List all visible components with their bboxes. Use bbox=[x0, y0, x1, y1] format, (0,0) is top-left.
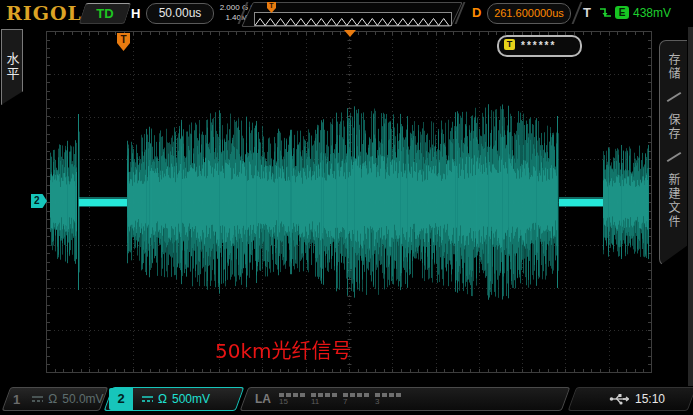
delay-value[interactable]: 261.600000us bbox=[487, 3, 571, 24]
horizontal-label: H bbox=[131, 6, 140, 21]
channel1-status[interactable]: 1 Ω 50.0mV bbox=[2, 387, 109, 411]
frequency-counter: T ****** bbox=[497, 35, 582, 57]
top-status-bar: RIGOL TD H 50.00us 2.000 G Sa/s 1.40M pt… bbox=[0, 0, 693, 27]
logic-analyzer-status[interactable]: LA 151173 bbox=[240, 387, 571, 411]
digital-channel-group-label: 15 bbox=[279, 397, 305, 406]
menu-divider bbox=[666, 152, 681, 162]
channel1-impedance: Ω bbox=[48, 392, 57, 406]
clock: 15:10 bbox=[635, 392, 665, 406]
delay-label: D bbox=[472, 5, 481, 20]
digital-channel-group-label: 7 bbox=[343, 397, 369, 406]
dc-coupling-icon bbox=[31, 390, 44, 408]
channel2-impedance: Ω bbox=[158, 392, 167, 406]
channel1-scale: 50.0mV bbox=[62, 392, 103, 406]
menu-item-save[interactable]: 保存 bbox=[665, 113, 682, 141]
scope-screen: T T ****** 2 50km光纤信号 水平 存储 保存 新建文件 bbox=[0, 27, 693, 386]
acquisition-status-button[interactable]: TD bbox=[79, 3, 132, 24]
counter-value: ****** bbox=[521, 40, 556, 51]
channel2-position-marker[interactable]: 2 bbox=[31, 194, 47, 208]
menu-divider bbox=[666, 92, 681, 102]
memory-waveform-box bbox=[254, 12, 452, 26]
channel2-scale: 500mV bbox=[172, 392, 210, 406]
channel2-status[interactable]: 2 Ω 500mV bbox=[104, 387, 245, 411]
usb-icon bbox=[609, 393, 629, 405]
digital-channel-group: 11 bbox=[311, 393, 337, 406]
digital-channel-group: 3 bbox=[375, 393, 401, 406]
counter-source-badge: T bbox=[504, 39, 515, 50]
channel2-number: 2 bbox=[109, 388, 133, 410]
menu-item-new-file[interactable]: 新建文件 bbox=[665, 173, 682, 229]
timebase-value[interactable]: 50.00us bbox=[146, 3, 214, 24]
annotation-text: 50km光纤信号 bbox=[215, 335, 352, 364]
digital-channel-group-label: 3 bbox=[375, 397, 401, 406]
bottom-status-bar: 1 Ω 50.0mV 2 Ω 500mV LA 151173 bbox=[0, 386, 693, 415]
topbar-divider bbox=[572, 2, 583, 24]
digital-channel-group-label: 11 bbox=[311, 397, 337, 406]
waveform-canvas bbox=[46, 31, 652, 373]
screen-right-edge bbox=[688, 27, 693, 386]
la-label: LA bbox=[255, 392, 271, 406]
digital-channel-indicators: 151173 bbox=[279, 393, 401, 406]
dc-coupling-icon bbox=[141, 390, 154, 408]
digital-channel-group: 15 bbox=[279, 393, 305, 406]
rigol-logo: RIGOL bbox=[6, 2, 82, 24]
horizontal-tab-label: 水平 bbox=[3, 52, 22, 104]
trigger-level-value[interactable]: 438mV bbox=[633, 6, 671, 20]
menu-item-storage[interactable]: 存储 bbox=[665, 53, 682, 81]
system-status: 15:10 bbox=[568, 387, 693, 411]
digital-channel-group: 7 bbox=[343, 393, 369, 406]
storage-menu: 存储 保存 新建文件 bbox=[659, 40, 687, 266]
trigger-source-badge: E bbox=[615, 6, 629, 19]
trigger-label: T bbox=[583, 5, 591, 20]
horizontal-menu-tab[interactable]: 水平 bbox=[1, 29, 23, 105]
acquisition-status-label: TD bbox=[83, 4, 127, 23]
delay-reference-marker-icon bbox=[344, 30, 356, 37]
memory-zigzag-icon bbox=[255, 17, 449, 27]
channel1-number: 1 bbox=[13, 392, 20, 407]
falling-edge-trigger-icon bbox=[598, 5, 613, 24]
